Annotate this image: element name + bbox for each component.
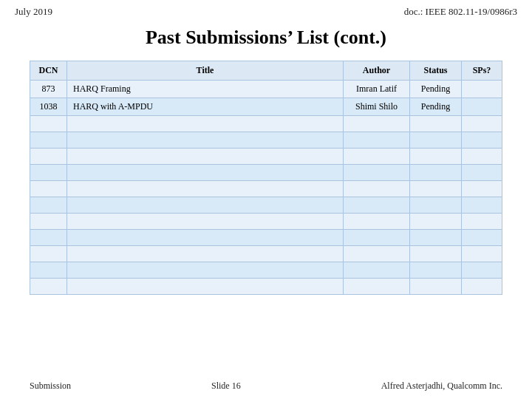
- table-row: [30, 262, 502, 279]
- table-row: [30, 214, 502, 230]
- submissions-table-container: DCN Title Author Status SPs? 873HARQ Fra…: [30, 61, 502, 295]
- table-row: [30, 279, 502, 295]
- col-header-dcn: DCN: [30, 61, 67, 81]
- table-row: 873HARQ FramingImran LatifPending: [30, 81, 502, 98]
- header-right: doc.: IEEE 802.11-19/0986r3: [404, 6, 517, 18]
- col-header-title: Title: [67, 61, 344, 81]
- header-left: July 2019: [15, 6, 52, 18]
- table-row: [30, 230, 502, 246]
- footer: Submission Slide 16 Alfred Asterjadhi, Q…: [0, 381, 532, 392]
- col-header-status: Status: [410, 61, 462, 81]
- table-row: [30, 165, 502, 181]
- table-row: 1038HARQ with A-MPDUShimi ShiloPending: [30, 98, 502, 116]
- table-row: [30, 197, 502, 214]
- table-row: [30, 181, 502, 197]
- footer-left: Submission: [30, 381, 71, 392]
- col-header-sps: SPs?: [462, 61, 502, 81]
- page-title: Past Submissions’ List (cont.): [15, 27, 517, 49]
- table-row: [30, 132, 502, 149]
- col-header-author: Author: [344, 61, 410, 81]
- footer-center: Slide 16: [211, 381, 241, 392]
- table-row: [30, 149, 502, 165]
- footer-right: Alfred Asterjadhi, Qualcomm Inc.: [381, 381, 502, 392]
- submissions-table: DCN Title Author Status SPs? 873HARQ Fra…: [30, 61, 502, 295]
- table-row: [30, 246, 502, 262]
- table-row: [30, 116, 502, 132]
